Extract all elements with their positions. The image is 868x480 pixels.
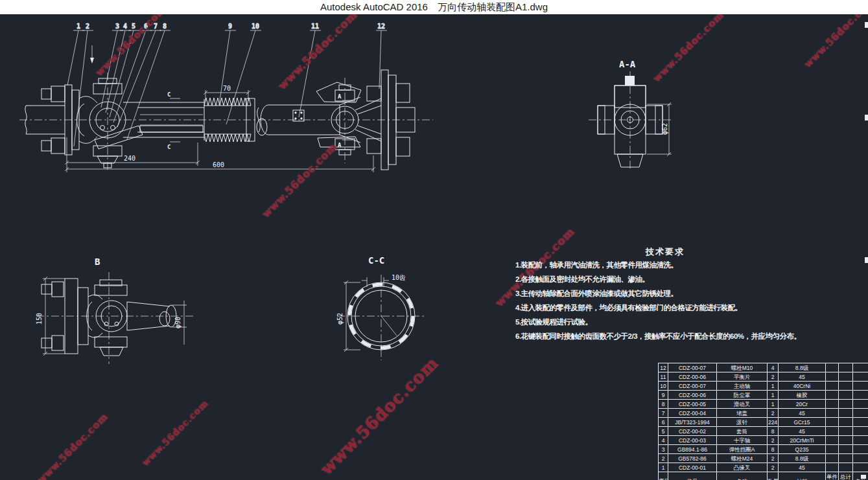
tech-requirements-title: 技术要求	[515, 246, 815, 258]
svg-text:3: 3	[115, 23, 119, 30]
svg-text:10: 10	[252, 23, 259, 30]
section-view-cc: C-C 10齿 φ52	[336, 255, 427, 360]
col-header-total: 总计	[839, 472, 853, 480]
table-row: 7CDZ-00-04堵盖245	[659, 409, 868, 418]
window-title: Autodesk AutoCAD 2016 万向传动轴装配图A1.dwg	[320, 1, 548, 12]
cut-mark-c-bottom: C	[167, 144, 170, 150]
parts-table-body: 12CDZ-00-07螺栓M1048.8级11CDZ-00-06平衡片24510…	[659, 363, 868, 472]
detail-view-b: B 150	[36, 257, 193, 364]
dim-bellows: 70	[223, 85, 231, 92]
table-row: 12CDZ-00-07螺栓M1048.8级	[659, 363, 868, 372]
table-row: 3GB894.1-86弹性挡圈A8Q235	[659, 445, 868, 454]
col-header-code: 代号	[668, 472, 717, 480]
parts-table-header: 序号 代号 名称 数量 材料 单件 总计 备注	[659, 472, 868, 480]
col-header-no: 序号	[659, 472, 668, 480]
tech-requirement-item: 2.各接触面及密封处均不允许漏油、渗油。	[515, 272, 815, 286]
tech-requirement-item: 3.主传动轴除配合面外喷涂油漆或做其它防锈处理。	[515, 286, 815, 301]
dim-b-height: 150	[36, 313, 43, 325]
table-row: 1CDZ-00-01凸缘叉245	[659, 463, 868, 472]
parts-table: 12CDZ-00-07螺栓M1048.8级11CDZ-00-06平衡片24510…	[658, 363, 868, 480]
table-row: 6JB/T323-1994滚针224GCr15	[659, 418, 868, 427]
svg-text:9: 9	[228, 23, 232, 30]
title-bar: Autodesk AutoCAD 2016 万向传动轴装配图A1.dwg	[0, 0, 868, 14]
autocad-window: Autodesk AutoCAD 2016 万向传动轴装配图A1.dwg	[0, 0, 868, 480]
col-header-material: 材料	[779, 472, 826, 480]
section-cut-marks: C C A A	[167, 91, 353, 150]
col-header-name: 名称	[717, 472, 768, 480]
svg-text:2: 2	[86, 23, 89, 30]
svg-text:12: 12	[377, 23, 385, 30]
col-header-remark: 备注	[853, 472, 868, 480]
view-label-b: B	[95, 257, 100, 267]
tech-requirement-item: 5.按试验规程进行试验。	[515, 315, 815, 329]
dim-left-length: 240	[124, 155, 135, 162]
cut-mark-a-top: A	[338, 93, 342, 100]
view-label-cc: C-C	[368, 255, 384, 266]
table-row: 8CDZ-00-05滑动叉120Cr	[659, 400, 868, 409]
svg-text:8: 8	[163, 23, 167, 30]
dim-cc-teeth: 10齿	[392, 274, 406, 281]
main-assembly-drawing: 70	[19, 23, 433, 172]
table-row: 10CDZ-00-07主动轴140CrNi	[659, 382, 868, 391]
cut-mark-c-top: C	[167, 91, 170, 98]
dim-overall-length: 600	[213, 161, 224, 168]
svg-text:4: 4	[123, 23, 127, 30]
view-label-aa: A-A	[619, 59, 636, 69]
svg-text:11: 11	[311, 23, 319, 30]
table-row: 4CDZ-00-03十字轴220CrMnTi	[659, 436, 868, 445]
tech-requirements: 技术要求 1.装配前，轴承用汽油清洗，其他零件用煤油清洗。 2.各接触面及密封处…	[515, 246, 815, 343]
col-header-qty: 数量	[768, 472, 779, 480]
svg-text:1: 1	[76, 23, 80, 30]
dim-aa-diameter: φ62	[661, 123, 668, 135]
dim-cc-diameter: φ52	[336, 313, 344, 325]
tech-requirement-item: 1.装配前，轴承用汽油清洗，其他零件用煤油清洗。	[515, 258, 815, 272]
table-row: 9CDZ-00-06防尘罩1橡胶	[659, 391, 868, 400]
tech-requirement-item: 6.花键装配同时接触的齿面数不少于2/3，接触率不应小于配合长度的60%，并应均…	[515, 329, 815, 343]
col-header-unit: 单件	[826, 472, 839, 480]
dim-b-diameter: φ90	[174, 317, 182, 328]
table-row: 11CDZ-00-06平衡片245	[659, 372, 868, 382]
tech-requirement-item: 4.进入装配的零件及部件，均必须具有检验部门的合格证方能进行装配。	[515, 301, 815, 315]
table-row: 2GB5782-86螺栓M2428.8级	[659, 454, 868, 463]
table-row: 5CDZ-00-02套筒845	[659, 427, 868, 436]
drawing-canvas: 70	[0, 14, 868, 480]
